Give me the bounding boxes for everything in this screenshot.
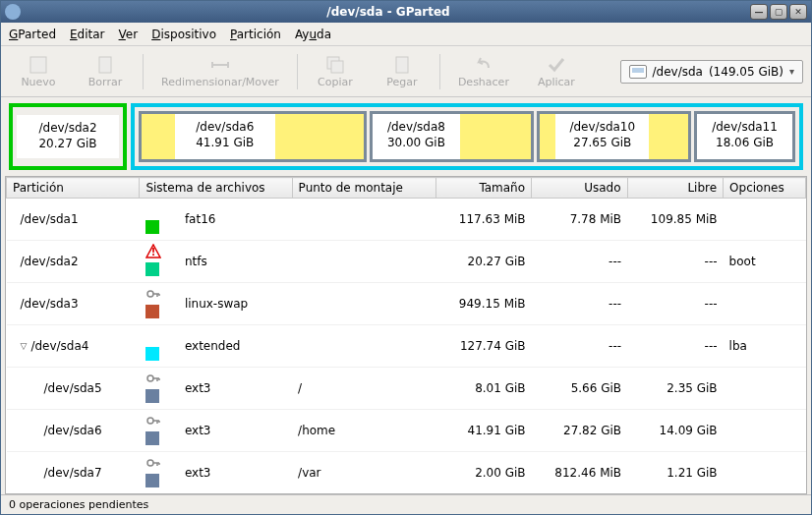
table-header-row: Partición Sistema de archivos Punto de m…	[7, 178, 806, 199]
size-cell: 8.01 GiB	[435, 368, 532, 410]
fs-color-swatch	[145, 389, 159, 403]
col-partition[interactable]: Partición	[7, 178, 140, 199]
minimize-button[interactable]: —	[750, 4, 768, 20]
menu-ayuda[interactable]: Ayuda	[295, 28, 331, 41]
diskmap-extended[interactable]: /dev/sda6 41.91 GiB /dev/sda8 30.00 GiB	[131, 103, 803, 170]
diskmap-sda11[interactable]: /dev/sda11 18.06 GiB	[694, 111, 795, 162]
menu-dispositivo[interactable]: Dispositivo	[151, 28, 216, 41]
copy-icon	[324, 54, 346, 76]
table-row[interactable]: ▽/dev/sda4 extended127.74 GiB------lba	[7, 325, 806, 368]
partition-name: /dev/sda6	[44, 424, 102, 437]
opt-cell	[724, 410, 806, 452]
diskmap-sda8-size: 30.00 GiB	[386, 136, 446, 151]
disk-icon	[629, 65, 647, 79]
device-name: /dev/sda	[653, 65, 703, 79]
new-button: Nuevo	[9, 50, 68, 92]
fs-cell: ext3	[179, 368, 292, 410]
paste-button: Pegar	[373, 50, 432, 92]
statusbar: 0 operaciones pendientes	[1, 494, 811, 514]
svg-rect-0	[30, 57, 46, 73]
opt-cell	[724, 199, 806, 241]
col-free[interactable]: Libre	[627, 178, 724, 199]
size-cell: 117.63 MiB	[435, 199, 532, 241]
table-row[interactable]: /dev/sda3 linux-swap949.15 MiB------	[7, 283, 806, 325]
toolbar: Nuevo Borrar Redimensionar/Mover Copiar …	[1, 46, 811, 97]
svg-text:!: !	[151, 247, 156, 258]
col-used[interactable]: Usado	[532, 178, 628, 199]
resize-button: Redimensionar/Mover	[151, 50, 289, 92]
table-row[interactable]: /dev/sda1 fat16117.63 MiB7.78 MiB109.85 …	[7, 199, 806, 241]
size-cell: 949.15 MiB	[435, 283, 532, 325]
diskmap-sda2-size: 20.27 GiB	[30, 137, 105, 152]
key-icon	[145, 286, 161, 302]
blank-icon	[145, 201, 161, 217]
close-button[interactable]: ✕	[789, 4, 807, 20]
used-cell: 27.82 GiB	[532, 410, 628, 452]
mount-cell: /home	[292, 410, 435, 452]
app-icon	[5, 4, 21, 20]
warning-icon: !	[145, 244, 161, 259]
diskmap-sda10-name: /dev/sda10	[569, 120, 635, 136]
col-mount[interactable]: Punto de montaje	[292, 178, 435, 199]
undo-icon	[473, 54, 494, 76]
free-cell: 14.09 GiB	[627, 410, 724, 452]
size-cell: 41.91 GiB	[435, 410, 532, 452]
key-icon	[145, 371, 161, 386]
size-cell: 20.27 GiB	[435, 241, 532, 283]
mount-cell	[292, 241, 435, 283]
col-opt[interactable]: Opciones	[724, 178, 806, 199]
free-cell: ---	[627, 283, 724, 325]
apply-icon	[546, 54, 567, 76]
fs-cell: ext3	[179, 410, 292, 452]
copy-button: Copiar	[306, 50, 365, 92]
diskmap-sda10[interactable]: /dev/sda10 27.65 GiB	[537, 111, 691, 162]
free-cell: ---	[627, 325, 724, 368]
fs-cell: ntfs	[179, 241, 292, 283]
partition-name: /dev/sda4	[30, 339, 88, 353]
table-row[interactable]: /dev/sda7 ext3/var2.00 GiB812.46 MiB1.21…	[7, 452, 806, 494]
menu-ver[interactable]: Ver	[119, 28, 139, 41]
window-title: /dev/sda - GParted	[27, 5, 750, 19]
svg-rect-3	[331, 61, 343, 73]
paste-label: Pegar	[386, 76, 417, 88]
free-cell: ---	[627, 241, 724, 283]
menu-gparted[interactable]: GParted	[9, 28, 56, 41]
menu-particion[interactable]: Partición	[230, 28, 281, 41]
diskmap-sda11-size: 18.06 GiB	[699, 136, 790, 151]
table-row[interactable]: /dev/sda5 ext3/8.01 GiB5.66 GiB2.35 GiB	[7, 368, 806, 410]
menu-editar[interactable]: Editar	[70, 28, 105, 41]
diskmap-sda6[interactable]: /dev/sda6 41.91 GiB	[139, 111, 367, 162]
used-cell: ---	[532, 325, 628, 368]
expand-icon[interactable]: ▽	[21, 341, 28, 351]
table-row[interactable]: /dev/sda6 ext3/home41.91 GiB27.82 GiB14.…	[7, 410, 806, 452]
table-row[interactable]: /dev/sda2! ntfs20.27 GiB------boot	[7, 241, 806, 283]
mount-cell: /var	[292, 452, 435, 494]
device-selector[interactable]: /dev/sda (149.05 GiB) ▾	[620, 60, 803, 84]
diskmap-sda2[interactable]: /dev/sda2 20.27 GiB	[9, 103, 127, 170]
partition-name: /dev/sda1	[21, 212, 79, 226]
new-label: Nuevo	[21, 76, 55, 88]
maximize-button[interactable]: ▢	[770, 4, 787, 20]
col-fs[interactable]: Sistema de archivos	[140, 178, 292, 199]
delete-label: Borrar	[88, 76, 122, 88]
used-cell: ---	[532, 241, 628, 283]
undo-button: Deshacer	[448, 50, 519, 92]
mount-cell	[292, 325, 435, 368]
used-cell: 7.78 MiB	[532, 199, 628, 241]
mount-cell	[292, 199, 435, 241]
apply-button: Aplicar	[527, 50, 586, 92]
separator	[297, 54, 298, 89]
mount-cell: /	[292, 368, 435, 410]
opt-cell: boot	[724, 241, 806, 283]
app-window: /dev/sda - GParted — ▢ ✕ GParted Editar …	[0, 0, 812, 515]
new-icon	[28, 54, 49, 76]
delete-icon	[94, 54, 116, 76]
partition-name: /dev/sda2	[21, 255, 79, 268]
partition-table[interactable]: Partición Sistema de archivos Punto de m…	[5, 176, 807, 494]
titlebar[interactable]: /dev/sda - GParted — ▢ ✕	[1, 1, 811, 23]
delete-button: Borrar	[76, 50, 135, 92]
diskmap-sda8-name: /dev/sda8	[386, 120, 446, 136]
diskmap-sda8[interactable]: /dev/sda8 30.00 GiB	[370, 111, 534, 162]
col-size[interactable]: Tamaño	[435, 178, 532, 199]
fs-cell: extended	[179, 325, 292, 368]
